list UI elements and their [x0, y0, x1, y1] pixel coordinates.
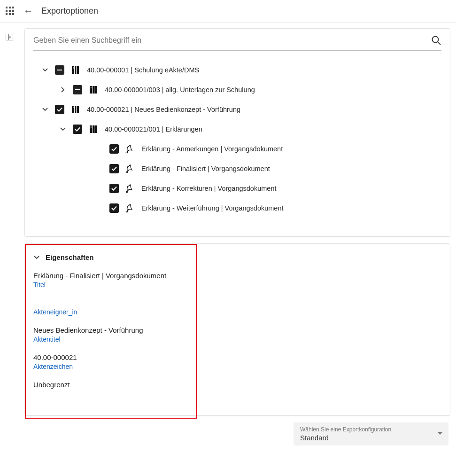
- checkbox-checked[interactable]: [109, 164, 119, 173]
- folder-icon: [89, 125, 98, 134]
- property-block: Akteneigner_in: [33, 299, 441, 316]
- chevron-right-icon[interactable]: [60, 86, 66, 93]
- page-title: Exportoptionen: [41, 6, 98, 16]
- pdf-icon: [125, 184, 135, 193]
- tree-row[interactable]: Erklärung - Finalisiert | Vorgangsdokume…: [25, 159, 450, 179]
- search-icon[interactable]: [431, 35, 441, 46]
- tree-scroll[interactable]: 40.00-000001 | Schulung eAkte/DMS40.00-0…: [25, 51, 450, 236]
- chevron-down-icon[interactable]: [60, 126, 66, 133]
- property-value: 40.00-000021: [33, 353, 441, 361]
- tree-row[interactable]: Erklärung - Weiterführung | Vorgangsdoku…: [25, 198, 450, 218]
- checkbox-indeterminate[interactable]: [73, 85, 82, 94]
- property-block: Erklärung - Finalisiert | Vorgangsdokume…: [33, 272, 441, 289]
- tree-item-label: 40.00-000021 | Neues Bedienkonzept - Vor…: [87, 106, 240, 113]
- tree-item-label: 40.00-000001 | Schulung eAkte/DMS: [87, 66, 199, 74]
- tree-row[interactable]: 40.00-000001 | Schulung eAkte/DMS: [25, 60, 450, 80]
- checkbox-checked[interactable]: [73, 125, 82, 134]
- property-value: [33, 299, 441, 307]
- footer-row: Wählen Sie eine Exportkonfiguration Stan…: [24, 422, 450, 450]
- properties-scroll[interactable]: Eigenschaften Erklärung - Finalisiert | …: [25, 244, 450, 415]
- tree-row[interactable]: Erklärung - Anmerkungen | Vorgangsdokume…: [25, 139, 450, 159]
- tree-item-label: Erklärung - Korrekturen | Vorgangsdokume…: [141, 185, 276, 192]
- chevron-down-icon[interactable]: [42, 106, 48, 113]
- tree-item-label: 40.00-000021/001 | Erklärungen: [105, 125, 202, 133]
- property-label: Aktentitel: [33, 336, 441, 343]
- tree-item-label: 40.00-000001/003 | allg. Unterlagen zur …: [105, 86, 255, 94]
- property-block: Unbegrenzt: [33, 381, 441, 389]
- chevron-down-icon[interactable]: [42, 67, 48, 73]
- folder-icon: [71, 105, 80, 114]
- pdf-icon: [125, 164, 135, 173]
- tree-row[interactable]: 40.00-000001/003 | allg. Unterlagen zur …: [25, 80, 450, 100]
- property-block: Neues Bedienkonzept - VorführungAktentit…: [33, 326, 441, 343]
- tree-item-label: Erklärung - Finalisiert | Vorgangsdokume…: [141, 165, 270, 172]
- chevron-down-icon[interactable]: [33, 254, 40, 261]
- tree-row[interactable]: Erklärung - Korrekturen | Vorgangsdokume…: [25, 179, 450, 198]
- property-value: Unbegrenzt: [33, 381, 441, 389]
- pdf-icon: [125, 203, 135, 213]
- folder-icon: [89, 85, 98, 94]
- tree-row[interactable]: 40.00-000021 | Neues Bedienkonzept - Vor…: [25, 100, 450, 119]
- checkbox-indeterminate[interactable]: [55, 65, 64, 75]
- property-block: 40.00-000021Aktenzeichen: [33, 353, 441, 370]
- export-config-label: Wählen Sie eine Exportkonfiguration: [300, 426, 442, 433]
- folder-icon: [71, 65, 80, 75]
- tree-row[interactable]: 40.00-000021/001 | Erklärungen: [25, 119, 450, 139]
- property-label: Akteneigner_in: [33, 308, 441, 316]
- properties-heading: Eigenschaften: [46, 253, 94, 261]
- export-config-select[interactable]: Wählen Sie eine Exportkonfiguration Stan…: [294, 422, 448, 445]
- top-bar: ← Exportoptionen: [0, 0, 456, 23]
- tree-item-label: Erklärung - Weiterführung | Vorgangsdoku…: [141, 204, 284, 212]
- property-value: Erklärung - Finalisiert | Vorgangsdokume…: [33, 272, 441, 280]
- checkbox-checked[interactable]: [55, 105, 64, 114]
- checkbox-checked[interactable]: [109, 203, 119, 213]
- export-config-value: Standard: [300, 434, 442, 442]
- properties-card: Eigenschaften Erklärung - Finalisiert | …: [24, 243, 450, 416]
- property-label: Titel: [33, 281, 441, 289]
- pdf-icon: [125, 144, 135, 154]
- checkbox-checked[interactable]: [109, 184, 119, 193]
- left-rail: [0, 23, 19, 476]
- apps-icon[interactable]: [6, 7, 15, 16]
- property-label: Aktenzeichen: [33, 363, 441, 370]
- search-input[interactable]: [33, 36, 431, 45]
- panel-toggle-icon[interactable]: [6, 34, 13, 40]
- tree-card: 40.00-000001 | Schulung eAkte/DMS40.00-0…: [24, 28, 450, 237]
- property-value: Neues Bedienkonzept - Vorführung: [33, 326, 441, 334]
- tree-item-label: Erklärung - Anmerkungen | Vorgangsdokume…: [141, 145, 283, 153]
- checkbox-checked[interactable]: [109, 144, 119, 154]
- back-button[interactable]: ←: [23, 6, 33, 16]
- dropdown-icon: [437, 430, 443, 438]
